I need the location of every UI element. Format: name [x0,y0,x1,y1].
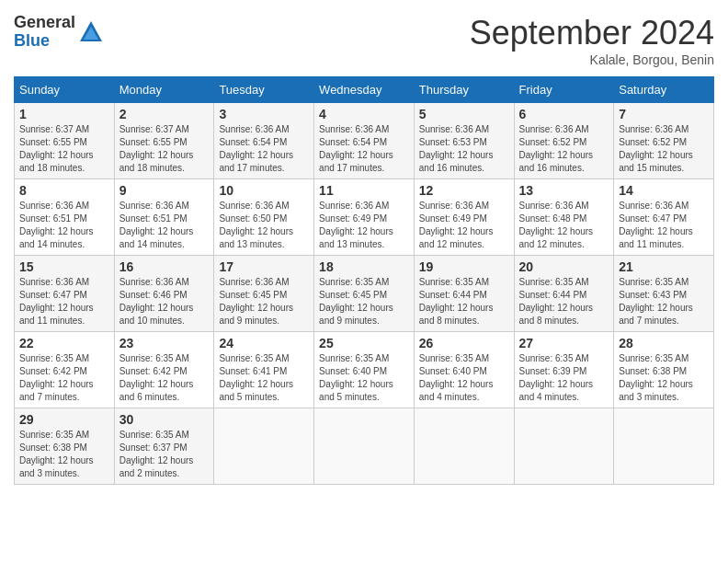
calendar-day-cell: 3Sunrise: 6:36 AM Sunset: 6:54 PM Daylig… [214,103,314,179]
calendar-day-cell: 27Sunrise: 6:35 AM Sunset: 6:39 PM Dayli… [514,332,614,408]
day-number: 7 [619,107,709,121]
day-number: 10 [219,183,309,198]
day-of-week-header: Thursday [414,77,514,103]
day-content: Sunrise: 6:36 AM Sunset: 6:54 PM Dayligh… [319,123,409,175]
day-of-week-header: Monday [114,77,214,103]
calendar-week-row: 1Sunrise: 6:37 AM Sunset: 6:55 PM Daylig… [15,103,714,179]
logo-blue: Blue [14,32,75,51]
title-section: September 2024 Kalale, Borgou, Benin [470,14,714,67]
calendar-day-cell: 8Sunrise: 6:36 AM Sunset: 6:51 PM Daylig… [15,179,115,256]
calendar-day-cell [214,408,314,485]
day-content: Sunrise: 6:36 AM Sunset: 6:45 PM Dayligh… [219,276,309,327]
day-content: Sunrise: 6:37 AM Sunset: 6:55 PM Dayligh… [119,123,210,175]
day-of-week-header: Sunday [15,77,115,103]
day-number: 30 [119,412,210,427]
day-number: 26 [419,336,509,350]
calendar-week-row: 29Sunrise: 6:35 AM Sunset: 6:38 PM Dayli… [15,408,714,485]
calendar-day-cell: 9Sunrise: 6:36 AM Sunset: 6:51 PM Daylig… [114,179,214,256]
day-number: 28 [619,336,709,350]
day-content: Sunrise: 6:36 AM Sunset: 6:52 PM Dayligh… [619,123,709,175]
calendar-day-cell: 17Sunrise: 6:36 AM Sunset: 6:45 PM Dayli… [214,256,314,332]
calendar-day-cell: 20Sunrise: 6:35 AM Sunset: 6:44 PM Dayli… [514,256,614,332]
day-number: 29 [19,412,109,427]
calendar-week-row: 15Sunrise: 6:36 AM Sunset: 6:47 PM Dayli… [15,256,714,332]
day-of-week-header: Wednesday [314,77,415,103]
day-number: 4 [319,107,409,121]
month-title: September 2024 [470,14,714,52]
calendar-day-cell: 19Sunrise: 6:35 AM Sunset: 6:44 PM Dayli… [414,256,514,332]
day-content: Sunrise: 6:35 AM Sunset: 6:44 PM Dayligh… [519,276,609,327]
calendar-day-cell: 2Sunrise: 6:37 AM Sunset: 6:55 PM Daylig… [114,103,214,179]
day-number: 9 [119,183,210,198]
location: Kalale, Borgou, Benin [470,52,714,67]
calendar-table: SundayMondayTuesdayWednesdayThursdayFrid… [14,76,714,485]
day-number: 16 [119,259,210,274]
calendar-day-cell: 14Sunrise: 6:36 AM Sunset: 6:47 PM Dayli… [614,179,714,256]
day-content: Sunrise: 6:35 AM Sunset: 6:38 PM Dayligh… [619,352,709,404]
calendar-week-row: 8Sunrise: 6:36 AM Sunset: 6:51 PM Daylig… [15,179,714,256]
day-content: Sunrise: 6:36 AM Sunset: 6:51 PM Dayligh… [19,200,109,251]
day-content: Sunrise: 6:36 AM Sunset: 6:53 PM Dayligh… [419,123,509,175]
calendar-day-cell: 7Sunrise: 6:36 AM Sunset: 6:52 PM Daylig… [614,103,714,179]
calendar-header: SundayMondayTuesdayWednesdayThursdayFrid… [15,77,714,103]
day-number: 22 [19,336,109,350]
day-number: 12 [419,183,509,198]
calendar-day-cell: 12Sunrise: 6:36 AM Sunset: 6:49 PM Dayli… [414,179,514,256]
calendar-day-cell: 26Sunrise: 6:35 AM Sunset: 6:40 PM Dayli… [414,332,514,408]
day-content: Sunrise: 6:36 AM Sunset: 6:47 PM Dayligh… [19,276,109,327]
calendar-day-cell: 10Sunrise: 6:36 AM Sunset: 6:50 PM Dayli… [214,179,314,256]
day-number: 25 [319,336,409,350]
day-number: 8 [19,183,109,198]
calendar-day-cell: 13Sunrise: 6:36 AM Sunset: 6:48 PM Dayli… [514,179,614,256]
day-content: Sunrise: 6:36 AM Sunset: 6:54 PM Dayligh… [219,123,309,175]
day-number: 19 [419,259,509,274]
calendar-day-cell: 18Sunrise: 6:35 AM Sunset: 6:45 PM Dayli… [314,256,415,332]
calendar-day-cell: 29Sunrise: 6:35 AM Sunset: 6:38 PM Dayli… [15,408,115,485]
day-content: Sunrise: 6:35 AM Sunset: 6:40 PM Dayligh… [419,352,509,404]
calendar-day-cell: 11Sunrise: 6:36 AM Sunset: 6:49 PM Dayli… [314,179,415,256]
day-of-week-header: Friday [514,77,614,103]
day-of-week-header: Tuesday [214,77,314,103]
day-content: Sunrise: 6:35 AM Sunset: 6:42 PM Dayligh… [119,352,210,404]
logo: General Blue [14,14,104,51]
calendar-day-cell: 24Sunrise: 6:35 AM Sunset: 6:41 PM Dayli… [214,332,314,408]
day-number: 3 [219,107,309,121]
day-content: Sunrise: 6:35 AM Sunset: 6:37 PM Dayligh… [119,429,210,480]
day-content: Sunrise: 6:35 AM Sunset: 6:42 PM Dayligh… [19,352,109,404]
day-number: 23 [119,336,210,350]
day-number: 17 [219,259,309,274]
day-content: Sunrise: 6:36 AM Sunset: 6:46 PM Dayligh… [119,276,210,327]
calendar-day-cell: 23Sunrise: 6:35 AM Sunset: 6:42 PM Dayli… [114,332,214,408]
logo-general: General [14,14,75,32]
day-content: Sunrise: 6:36 AM Sunset: 6:49 PM Dayligh… [419,200,509,251]
day-number: 18 [319,259,409,274]
day-content: Sunrise: 6:36 AM Sunset: 6:48 PM Dayligh… [519,200,609,251]
day-content: Sunrise: 6:35 AM Sunset: 6:44 PM Dayligh… [419,276,509,327]
day-content: Sunrise: 6:36 AM Sunset: 6:49 PM Dayligh… [319,200,409,251]
day-content: Sunrise: 6:36 AM Sunset: 6:47 PM Dayligh… [619,200,709,251]
day-of-week-header: Saturday [614,77,714,103]
calendar-day-cell [614,408,714,485]
day-number: 14 [619,183,709,198]
day-number: 15 [19,259,109,274]
calendar-day-cell: 21Sunrise: 6:35 AM Sunset: 6:43 PM Dayli… [614,256,714,332]
calendar-day-cell: 28Sunrise: 6:35 AM Sunset: 6:38 PM Dayli… [614,332,714,408]
calendar-day-cell [314,408,415,485]
day-number: 13 [519,183,609,198]
calendar-day-cell [514,408,614,485]
day-number: 21 [619,259,709,274]
calendar-day-cell: 1Sunrise: 6:37 AM Sunset: 6:55 PM Daylig… [15,103,115,179]
day-number: 2 [119,107,210,121]
day-content: Sunrise: 6:36 AM Sunset: 6:52 PM Dayligh… [519,123,609,175]
day-content: Sunrise: 6:36 AM Sunset: 6:51 PM Dayligh… [119,200,210,251]
calendar-day-cell: 5Sunrise: 6:36 AM Sunset: 6:53 PM Daylig… [414,103,514,179]
calendar-day-cell: 22Sunrise: 6:35 AM Sunset: 6:42 PM Dayli… [15,332,115,408]
day-content: Sunrise: 6:35 AM Sunset: 6:39 PM Dayligh… [519,352,609,404]
calendar-day-cell [414,408,514,485]
day-number: 5 [419,107,509,121]
calendar-day-cell: 4Sunrise: 6:36 AM Sunset: 6:54 PM Daylig… [314,103,415,179]
day-content: Sunrise: 6:35 AM Sunset: 6:40 PM Dayligh… [319,352,409,404]
day-number: 20 [519,259,609,274]
calendar-day-cell: 16Sunrise: 6:36 AM Sunset: 6:46 PM Dayli… [114,256,214,332]
day-content: Sunrise: 6:37 AM Sunset: 6:55 PM Dayligh… [19,123,109,175]
